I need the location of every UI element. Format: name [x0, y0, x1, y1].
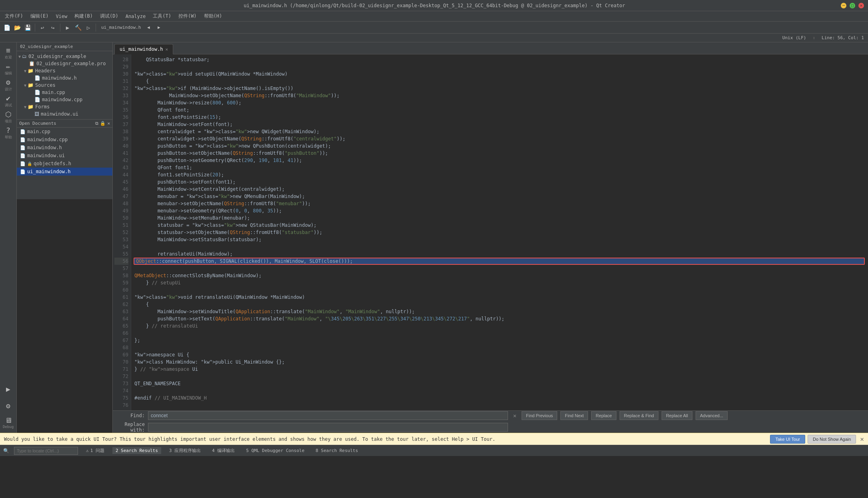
code-line-74 — [134, 387, 865, 394]
find-input[interactable] — [148, 411, 508, 420]
doc-item-mainwindow-h[interactable]: 📄 mainwindow.h — [17, 144, 112, 152]
tree-item-headers[interactable]: ▼ 📁 Headers — [17, 67, 112, 74]
status-tab-search[interactable]: 2 Search Results — [112, 447, 161, 454]
code-line-29 — [134, 63, 865, 70]
toolbar-new[interactable]: 📄 — [2, 23, 11, 32]
left-icon-欢迎[interactable]: ≡欢迎 — [1, 46, 16, 60]
toolbar-nav-back[interactable]: ◀ — [144, 23, 153, 32]
line-number-56: 56 — [114, 258, 128, 265]
tab-filename: ui_mainwindow.h — [120, 46, 163, 52]
tree-item-label: mainwindow.ui — [41, 111, 78, 117]
code-line-45: pushButton->setFont(font1); — [134, 178, 865, 186]
menu-item-e[interactable]: 编辑(E) — [27, 12, 52, 20]
tour-close-icon[interactable]: ✕ — [860, 435, 864, 443]
status-tab-app-output[interactable]: 3 应用程序输出 — [166, 447, 204, 454]
tree-item-sources[interactable]: ▼ 📁 Sources — [17, 82, 112, 89]
docs-close-icon[interactable]: ✕ — [107, 121, 110, 126]
toolbar-build[interactable]: 🔨 — [74, 23, 82, 32]
no-show-button[interactable]: Do Not Show Again — [808, 435, 856, 444]
left-icon-设计[interactable]: ⚙设计 — [1, 78, 16, 92]
menu-item-b[interactable]: 构建(B) — [71, 12, 96, 20]
menu-item-view[interactable]: View — [52, 13, 70, 20]
doc-item-mainwindow-cpp[interactable]: 📄 mainwindow.cpp — [17, 136, 112, 144]
code-editor[interactable]: 2829303132333435363738394041424344454647… — [113, 54, 868, 410]
find-prev-button[interactable]: Find Previous — [522, 411, 557, 420]
line-number-64: 64 — [114, 315, 128, 322]
tour-banner: Would you like to take a quick UI Tour? … — [0, 433, 868, 445]
status-tab-compile[interactable]: 4 编译输出 — [209, 447, 238, 454]
advanced-button[interactable]: Advanced... — [696, 411, 728, 420]
code-line-44: font1.setPointSize(20); — [134, 171, 865, 178]
menu-item-w[interactable]: 控件(W) — [175, 12, 200, 20]
line-number-75: 75 — [114, 394, 128, 402]
minimize-button[interactable]: ─ — [841, 3, 846, 8]
doc-item-mainwindow-ui[interactable]: 📄 mainwindow.ui — [17, 152, 112, 160]
tab-close-icon[interactable]: ✕ — [165, 47, 168, 52]
project-tree[interactable]: ▼ 🗂 02_uidesignr_example 📋 02_uidesignr_… — [17, 51, 112, 119]
doc-file-icon: 📄 — [20, 161, 26, 166]
left-icon-编辑[interactable]: ✏编辑 — [1, 62, 16, 76]
maximize-button[interactable]: □ — [850, 3, 855, 8]
left-icon-项目[interactable]: ⬡项目 — [1, 110, 16, 124]
code-line-54 — [134, 243, 865, 250]
toolbar-save[interactable]: 💾 — [23, 23, 32, 32]
status-tab-problems[interactable]: ⚠ 1 问题 — [83, 447, 108, 454]
bottom-status-bar: 🔍 ⚠ 1 问题 2 Search Results 3 应用程序输出 4 编译输… — [0, 445, 868, 456]
doc-item-ui-mainwindow-h[interactable]: 📄 ui_mainwindow.h — [17, 168, 112, 176]
doc-item-main-cpp[interactable]: 📄 main.cpp — [17, 128, 112, 136]
editor-status-bar: Unix (LF) ↕ Line: 56, Col: 1 — [0, 34, 868, 42]
active-tab[interactable]: ui_mainwindow.h ✕ — [114, 44, 173, 54]
tree-item-mainwindow-cpp[interactable]: 📄 mainwindow.cpp — [17, 96, 112, 103]
status-tab-qml[interactable]: 5 QML Debugger Console — [243, 447, 308, 454]
tree-item-02-uidesignr-example[interactable]: ▼ 🗂 02_uidesignr_example — [17, 53, 112, 60]
bottom-icon-Debug[interactable]: 🖥Debug — [1, 415, 16, 430]
toolbar-debug[interactable]: ▶ — [63, 23, 72, 32]
locate-input[interactable] — [14, 447, 78, 455]
menu-item-analyze[interactable]: Analyze — [122, 13, 149, 20]
line-number-74: 74 — [114, 387, 128, 394]
tree-item-02-uidesignr-example-pro[interactable]: 📋 02_uidesignr_example.pro — [17, 60, 112, 67]
line-number-53: 53 — [114, 236, 128, 243]
menu-item-d[interactable]: 调试(D) — [97, 12, 122, 20]
replace-all-button[interactable]: Replace All — [662, 411, 692, 420]
toolbar-undo[interactable]: ↩ — [38, 23, 47, 32]
bottom-icon-[interactable]: ⚙ — [1, 398, 16, 413]
menu-item-f[interactable]: 文件(F) — [2, 12, 26, 20]
tree-item-mainwindow-ui[interactable]: 🖼 mainwindow.ui — [17, 110, 112, 118]
code-line-61: "kw">class="kw">void retranslateUi(QMain… — [134, 294, 865, 301]
tree-item-main-cpp[interactable]: 📄 main.cpp — [17, 89, 112, 96]
bottom-icon-[interactable]: ▶ — [1, 382, 16, 396]
toolbar-redo[interactable]: ↪ — [48, 23, 57, 32]
menu-item-h[interactable]: 帮助(H) — [201, 12, 226, 20]
left-icon-帮助[interactable]: ?帮助 — [1, 126, 16, 140]
replace-input[interactable] — [148, 423, 508, 432]
take-tour-button[interactable]: Take UI Tour — [770, 435, 805, 444]
toolbar-run[interactable]: ▷ — [84, 23, 93, 32]
tour-text: Would you like to take a quick UI Tour? … — [4, 436, 495, 442]
docs-split-icon[interactable]: ⧉ — [95, 121, 98, 126]
line-number-61: 61 — [114, 294, 128, 301]
line-number-46: 46 — [114, 186, 128, 193]
code-line-50: MainWindow->setMenuBar(menubar); — [134, 214, 865, 222]
toolbar-open[interactable]: 📂 — [13, 23, 22, 32]
sidebar-header-label: 02_uidesignr_example — [20, 44, 73, 49]
file-type-icon: 📁 — [28, 68, 34, 74]
replace-find-button[interactable]: Replace & Find — [620, 411, 658, 420]
close-button[interactable]: ✕ — [858, 3, 864, 8]
docs-lock-icon[interactable]: 🔒 — [100, 121, 106, 126]
tree-item-mainwindow-h[interactable]: 📄 mainwindow.h — [17, 74, 112, 82]
line-number-41: 41 — [114, 150, 128, 157]
tree-item-forms[interactable]: ▼ 📁 Forms — [17, 103, 112, 110]
toolbar-nav-fwd[interactable]: ▶ — [154, 23, 163, 32]
menu-item-t[interactable]: 工具(T) — [150, 12, 174, 20]
line-number-76: 76 — [114, 402, 128, 409]
left-icon-调试[interactable]: ✔调试 — [1, 94, 16, 108]
replace-button[interactable]: Replace — [591, 411, 616, 420]
doc-item-qobjectdefs-h[interactable]: 📄 🔒 qobjectdefs.h — [17, 160, 112, 168]
find-clear-icon[interactable]: ✕ — [511, 412, 518, 419]
open-docs-header: Open Documents ⧉ 🔒 ✕ — [17, 120, 112, 128]
status-tab-search2[interactable]: 8 Search Results — [312, 447, 361, 454]
code-line-53: MainWindow->setStatusBar(statusbar); — [134, 236, 865, 243]
code-content[interactable]: QStatusBar *statusbar; "kw">class="kw">v… — [131, 54, 868, 410]
find-next-button[interactable]: Find Next — [560, 411, 588, 420]
